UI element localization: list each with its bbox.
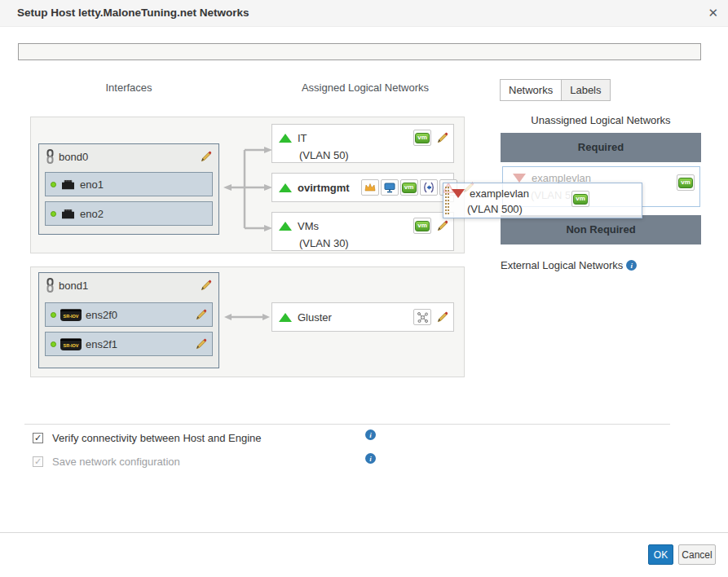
bond1-gluster-connector	[223, 311, 271, 324]
nic-row-ens2f1[interactable]: SR-IOV ens2f1	[45, 332, 213, 356]
sriov-nic-icon: SR-IOV	[60, 338, 82, 350]
assigned-networks-column-header: Assigned Logical Networks	[284, 81, 447, 94]
nic-status-dot	[51, 182, 56, 187]
interfaces-column-header: Interfaces	[64, 81, 194, 94]
info-icon[interactable]: i	[365, 429, 376, 440]
display-monitor-icon	[381, 179, 399, 196]
drag-handle	[445, 187, 449, 214]
dialog-titlebar: Setup Host letty.MaloneTuning.net Networ…	[0, 0, 728, 27]
status-up-icon	[279, 313, 292, 322]
dialog-title: Setup Host letty.MaloneTuning.net Networ…	[17, 7, 249, 19]
drag-ghost-vlan: (VLAN 500)	[467, 203, 523, 215]
vm-network-icon: vm	[415, 221, 430, 231]
nic-status-dot	[51, 312, 56, 318]
bond1-box[interactable]: bond1 SR-IOV ens2f0 SR-IOV ens2f1	[38, 272, 219, 368]
filter-input[interactable]	[18, 43, 701, 60]
required-section-header: Required	[501, 133, 701, 162]
network-box-ovirtmgmt[interactable]: ovirtmgmt vm	[271, 173, 454, 202]
verify-connectivity-label: Verify connectivity between Host and Eng…	[52, 432, 262, 444]
vm-badge-cell: vm	[677, 174, 695, 191]
network-box-vms[interactable]: VMs vm (VLAN 30)	[271, 212, 454, 251]
vm-network-icon: vm	[678, 178, 693, 188]
close-icon[interactable]: ✕	[708, 6, 718, 20]
verify-connectivity-checkbox[interactable]: ✓	[33, 433, 43, 443]
sriov-nic-icon: SR-IOV	[60, 309, 82, 321]
bond-chain-icon	[46, 278, 55, 293]
status-up-icon	[279, 134, 292, 143]
management-crown-icon	[361, 179, 379, 196]
nic-name: ens2f0	[86, 309, 117, 321]
network-name: ovirtmgmt	[298, 182, 350, 194]
edit-pencil-icon[interactable]	[437, 311, 448, 323]
ok-button[interactable]: OK	[648, 544, 673, 565]
info-icon[interactable]: i	[365, 453, 376, 464]
status-up-icon	[279, 222, 292, 231]
vm-badge-cell: vm	[413, 218, 431, 234]
bond1-name: bond1	[59, 280, 88, 292]
vm-badge-text: vm	[402, 183, 417, 193]
non-required-section-header: Non Required	[501, 215, 701, 244]
bond1-header: bond1	[39, 273, 218, 297]
network-vlan: (VLAN 50)	[272, 146, 453, 161]
vm-network-icon: vm	[400, 179, 418, 196]
edit-pencil-icon[interactable]	[196, 309, 207, 320]
vm-network-icon: vm	[573, 194, 588, 205]
gluster-network-icon	[413, 309, 431, 325]
migration-icon	[420, 179, 438, 196]
nic-port-icon	[60, 178, 76, 191]
bond0-name: bond0	[59, 151, 88, 163]
nic-status-dot	[51, 211, 56, 217]
edit-pencil-icon[interactable]	[437, 132, 448, 143]
status-down-icon	[452, 189, 465, 198]
network-box-it[interactable]: IT vm (VLAN 50)	[271, 124, 454, 163]
save-network-config-label: Save network configuration	[52, 456, 180, 468]
bond0-header: bond0	[39, 144, 218, 169]
status-down-icon	[513, 174, 526, 183]
nic-name: ens2f1	[86, 338, 117, 350]
info-icon[interactable]: i	[626, 260, 637, 271]
bond0-box[interactable]: bond0 eno1 eno2	[38, 143, 219, 235]
network-name: IT	[298, 132, 307, 144]
save-network-config-checkbox: ✓	[33, 456, 43, 467]
nic-name: eno1	[80, 178, 104, 191]
network-box-gluster[interactable]: Gluster	[271, 302, 454, 332]
footer-divider	[0, 532, 728, 533]
save-network-config-option: ✓ Save network configuration	[33, 456, 180, 468]
verify-connectivity-option: ✓ Verify connectivity between Host and E…	[33, 432, 262, 444]
edit-pencil-icon[interactable]	[437, 220, 448, 231]
bond-chain-icon	[46, 149, 55, 164]
network-name: Gluster	[298, 311, 332, 324]
network-name: VMs	[298, 220, 319, 232]
external-networks-label: External Logical Networks i	[501, 259, 637, 271]
setup-host-networks-dialog: Setup Host letty.MaloneTuning.net Networ…	[0, 0, 728, 577]
external-networks-text: External Logical Networks	[501, 259, 623, 271]
drag-ghost-examplevlan[interactable]: examplevlan (VLAN 500) vm	[443, 183, 642, 218]
nic-port-icon	[60, 208, 76, 220]
tab-labels[interactable]: Labels	[561, 79, 610, 101]
status-up-icon	[279, 183, 292, 192]
nic-name: eno2	[80, 208, 104, 220]
network-vlan: (VLAN 30)	[272, 234, 453, 249]
bond0-networks-connector	[222, 122, 274, 253]
options-divider	[24, 424, 670, 425]
vm-badge-cell: vm	[413, 130, 431, 146]
edit-pencil-icon[interactable]	[196, 338, 207, 350]
edit-pencil-icon[interactable]	[201, 151, 212, 162]
vm-network-icon: vm	[415, 133, 430, 143]
edit-pencil-icon[interactable]	[201, 280, 212, 291]
drag-ghost-name: examplevlan	[470, 187, 529, 200]
nic-row-eno2[interactable]: eno2	[45, 201, 213, 226]
nic-status-dot	[51, 341, 56, 347]
vm-badge-cell: vm	[571, 191, 589, 207]
nic-row-ens2f0[interactable]: SR-IOV ens2f0	[45, 302, 213, 327]
unassigned-networks-title: Unassigned Logical Networks	[501, 114, 701, 126]
cancel-button[interactable]: Cancel	[678, 544, 716, 565]
tab-networks[interactable]: Networks	[500, 79, 562, 101]
nic-row-eno1[interactable]: eno1	[45, 172, 213, 196]
right-panel-tabs: Networks Labels	[500, 79, 611, 101]
